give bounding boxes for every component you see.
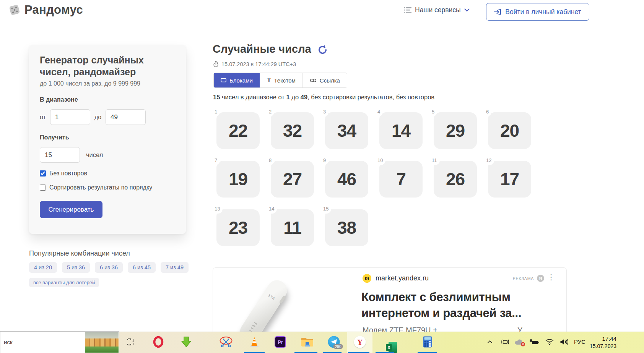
site-logo[interactable]: Рандомус	[8, 3, 83, 17]
number-index: 6	[486, 109, 491, 117]
count-row: чисел	[40, 147, 175, 163]
view-tabs: БлокамиTТекстомСсылка	[213, 73, 347, 88]
refresh-icon[interactable]	[317, 45, 328, 55]
ad-label: РЕКЛАМА	[513, 276, 534, 281]
range-from-input[interactable]	[50, 109, 90, 125]
summary-to: 49	[301, 94, 307, 100]
sort-checkbox[interactable]	[40, 185, 46, 191]
number-index: 7	[215, 157, 220, 165]
combo-link[interactable]: 4 из 20	[29, 262, 57, 273]
number-value: 32	[283, 120, 302, 141]
market-logo-icon: m	[363, 274, 371, 283]
taskbar-clock[interactable]: 17:44 15.07.2023	[584, 335, 616, 350]
wifi-icon[interactable]	[545, 339, 554, 345]
number-block: 107	[379, 161, 423, 198]
language-indicator[interactable]: РУС	[574, 338, 585, 345]
popular-combos: 4 из 205 из 366 из 366 из 457 из 49	[29, 262, 197, 273]
number-value: 14	[392, 120, 410, 141]
chevron-down-icon	[464, 8, 470, 12]
search-highlight-image[interactable]	[85, 332, 119, 353]
services-menu[interactable]: Наши сервисы	[404, 6, 470, 14]
task-view-icon[interactable]	[127, 337, 137, 347]
summary-mid2: до	[291, 94, 299, 100]
no-repeats-checkbox[interactable]	[40, 170, 46, 176]
range-label: В диапазоне	[40, 96, 175, 103]
file-explorer-icon[interactable]	[301, 337, 314, 347]
tab-text[interactable]: TТекстом	[260, 73, 302, 87]
number-value: 17	[500, 169, 519, 189]
no-repeats-option[interactable]: Без повторов	[40, 170, 175, 177]
login-button[interactable]: Войти в личный кабинет	[486, 3, 589, 21]
range-to-input[interactable]	[106, 109, 146, 125]
sort-option[interactable]: Сортировать результаты по порядку	[40, 184, 175, 191]
tray-chevron-up-icon[interactable]	[487, 340, 493, 344]
from-label: от	[40, 114, 46, 121]
number-block: 719	[216, 161, 260, 198]
tab-blocks[interactable]: Блоками	[214, 73, 260, 87]
volume-icon[interactable]	[560, 339, 569, 345]
number-block: 334	[325, 112, 368, 149]
results-summary: 15 чисел в диапазоне от 1 до 49, без сор…	[213, 94, 481, 101]
taskbar: иск Pr	[0, 332, 644, 353]
ad-menu-icon[interactable]: ⋮	[547, 273, 555, 281]
village-sky	[85, 332, 119, 338]
combo-link[interactable]: 6 из 36	[95, 262, 123, 273]
calculator-icon[interactable]	[423, 336, 432, 348]
number-index: 13	[215, 206, 223, 214]
clock-date: 15.07.2023	[590, 343, 616, 349]
combo-link[interactable]: 7 из 49	[161, 262, 189, 273]
number-index: 8	[269, 157, 274, 165]
number-index: 12	[486, 157, 494, 165]
page-title: Случайные числа	[213, 43, 311, 55]
summary-from: 1	[286, 94, 290, 100]
summary-count: 15	[213, 94, 220, 100]
combo-link[interactable]: 6 из 45	[128, 262, 156, 273]
stopwatch-icon	[213, 61, 218, 67]
numbers-grid: 1222323344145296207198279461071126121713…	[216, 112, 531, 246]
opera-icon[interactable]	[153, 336, 164, 348]
number-value: 46	[337, 169, 356, 189]
number-block: 1411	[271, 209, 314, 246]
vlc-icon[interactable]	[249, 337, 260, 347]
meet-now-icon[interactable]	[501, 339, 509, 345]
ad-title-line1: Комплект с безлимитным	[361, 290, 511, 304]
tab-link[interactable]: Ссылка	[302, 73, 347, 87]
onedrive-cloud-icon[interactable]: ✕	[514, 339, 524, 345]
number-block: 232	[271, 112, 314, 149]
login-arrow-icon	[494, 9, 501, 15]
count-input[interactable]	[40, 147, 80, 163]
number-index: 10	[377, 157, 385, 165]
number-value: 26	[446, 169, 465, 189]
popular-title: Популярные комбинации чисел	[29, 249, 197, 257]
combo-link[interactable]: 5 из 36	[62, 262, 90, 273]
ad-site-url: market.yandex.ru	[376, 274, 429, 282]
telegram-icon[interactable]: 290	[328, 336, 340, 348]
search-text: иск	[4, 339, 12, 345]
generation-timestamp: 15.07.2023 в 17:44:29 UTC+3	[221, 61, 296, 67]
taskbar-search[interactable]: иск	[0, 331, 119, 353]
timestamp-row: 15.07.2023 в 17:44:29 UTC+3	[213, 61, 296, 67]
generator-subtitle: до 1 000 чисел за раз, до 9 999 999	[40, 80, 175, 87]
number-value: 11	[283, 217, 301, 238]
telegram-badge: 290	[333, 344, 343, 349]
number-index: 14	[269, 206, 277, 214]
excel-letter: X	[386, 344, 392, 351]
ad-meta: РЕКЛАМА Я	[513, 275, 544, 282]
yandex-browser-icon[interactable]: Y	[354, 336, 366, 348]
results-header: Случайные числа	[213, 43, 328, 55]
all-lotteries-link[interactable]: все варианты для лотерей	[29, 278, 99, 287]
sort-label: Сортировать результаты по порядку	[49, 184, 152, 191]
to-label: до	[94, 114, 101, 121]
blocks-icon	[221, 78, 226, 83]
number-value: 38	[337, 217, 356, 238]
number-index: 5	[432, 109, 437, 117]
number-index: 4	[377, 109, 383, 117]
download-master-icon[interactable]	[181, 337, 191, 347]
battery-icon[interactable]	[529, 339, 540, 345]
snipping-tool-icon[interactable]	[220, 337, 233, 348]
generate-button[interactable]: Сгенерировать	[40, 201, 102, 218]
number-value: 7	[396, 169, 406, 189]
number-block: 827	[271, 161, 314, 198]
number-block: 1126	[434, 161, 477, 198]
premiere-icon[interactable]: Pr	[275, 336, 286, 348]
